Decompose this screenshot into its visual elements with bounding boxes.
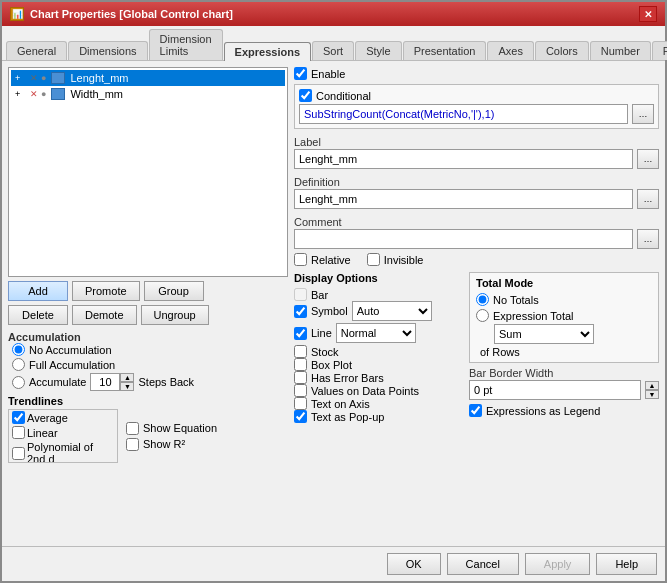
tab-dimension-limits[interactable]: Dimension Limits xyxy=(149,29,223,60)
trend-average-check[interactable] xyxy=(12,411,25,424)
conditional-check[interactable] xyxy=(299,89,312,102)
ungroup-button[interactable]: Ungroup xyxy=(141,305,209,325)
comment-browse-btn[interactable]: … xyxy=(637,229,659,249)
symbol-row: Symbol Auto Circle Square xyxy=(294,301,461,321)
symbol-check[interactable] xyxy=(294,305,307,318)
sum-dropdown[interactable]: Sum Average Min Max xyxy=(494,324,594,344)
show-r2-label: Show R² xyxy=(143,438,185,450)
title-bar: 📊 Chart Properties [Global Control chart… xyxy=(2,2,665,26)
values-data-points-row: Values on Data Points xyxy=(294,384,461,397)
stock-check[interactable] xyxy=(294,345,307,358)
tab-font[interactable]: Font xyxy=(652,41,667,60)
bottom-bar: OK Cancel Apply Help xyxy=(2,546,665,581)
tab-presentation[interactable]: Presentation xyxy=(403,41,487,60)
no-totals-radio[interactable] xyxy=(476,293,489,306)
comment-value-row: … xyxy=(294,229,659,249)
conditional-section: Conditional … xyxy=(294,84,659,129)
display-options-section: Display Options Bar Symbol Auto Circle S… xyxy=(294,272,461,423)
action-buttons-row1: Add Promote Group xyxy=(8,281,288,301)
expression-total-radio[interactable] xyxy=(476,309,489,322)
expressions-legend-row: Expressions as Legend xyxy=(469,404,659,417)
definition-input[interactable] xyxy=(294,189,633,209)
bar-border-section: Bar Border Width ▲ ▼ xyxy=(469,367,659,400)
definition-section: Definition … xyxy=(294,173,659,209)
left-panel: + ✕ ● Lenght_mm + ✕ ● Width_mm Add Promo… xyxy=(8,67,288,540)
trend-linear-label: Linear xyxy=(27,427,58,439)
conditional-input[interactable] xyxy=(299,104,628,124)
group-button[interactable]: Group xyxy=(144,281,204,301)
trend-polynomial[interactable]: Polynomial of 2nd d xyxy=(9,440,117,463)
ok-button[interactable]: OK xyxy=(387,553,441,575)
values-data-points-check[interactable] xyxy=(294,384,307,397)
tab-expressions[interactable]: Expressions xyxy=(224,42,311,61)
expr-legend-label: Expressions as Legend xyxy=(486,405,600,417)
text-as-popup-label: Text as Pop-up xyxy=(311,411,384,423)
tab-dimensions[interactable]: Dimensions xyxy=(68,41,147,60)
full-accumulation-row: Full Accumulation xyxy=(12,358,288,371)
bar-border-input[interactable] xyxy=(469,380,641,400)
tree-item-lenght[interactable]: + ✕ ● Lenght_mm xyxy=(11,70,285,86)
expr-legend-check[interactable] xyxy=(469,404,482,417)
enable-check[interactable] xyxy=(294,67,307,80)
cancel-button[interactable]: Cancel xyxy=(447,553,519,575)
add-button[interactable]: Add xyxy=(8,281,68,301)
tab-sort[interactable]: Sort xyxy=(312,41,354,60)
apply-button[interactable]: Apply xyxy=(525,553,591,575)
show-r2-check[interactable] xyxy=(126,438,139,451)
steps-up[interactable]: ▲ xyxy=(120,373,134,382)
tree-item-lenght-label: Lenght_mm xyxy=(70,72,128,84)
stock-label: Stock xyxy=(311,346,339,358)
trendlines-list[interactable]: Average Linear Polynomial of 2nd d xyxy=(8,409,118,463)
relative-check[interactable] xyxy=(294,253,307,266)
definition-browse-btn[interactable]: … xyxy=(637,189,659,209)
invisible-label: Invisible xyxy=(384,254,424,266)
accumulate-radio[interactable] xyxy=(12,376,25,389)
bar-row: Bar xyxy=(294,288,461,301)
expression-tree[interactable]: + ✕ ● Lenght_mm + ✕ ● Width_mm xyxy=(8,67,288,277)
steps-input[interactable] xyxy=(90,373,120,391)
tab-number[interactable]: Number xyxy=(590,41,651,60)
box-plot-row: Box Plot xyxy=(294,358,461,371)
label-input[interactable] xyxy=(294,149,633,169)
trendlines-label: Trendlines xyxy=(8,395,288,407)
help-button[interactable]: Help xyxy=(596,553,657,575)
conditional-value-row: … xyxy=(299,104,654,124)
box-plot-check[interactable] xyxy=(294,358,307,371)
demote-button[interactable]: Demote xyxy=(72,305,137,325)
line-check[interactable] xyxy=(294,327,307,340)
bar-border-value-row: ▲ ▼ xyxy=(469,380,659,400)
tab-style[interactable]: Style xyxy=(355,41,401,60)
trend-linear-check[interactable] xyxy=(12,426,25,439)
line-dropdown[interactable]: Normal Dotted Dashed xyxy=(336,323,416,343)
full-accumulation-radio[interactable] xyxy=(12,358,25,371)
invisible-check[interactable] xyxy=(367,253,380,266)
show-equation-check[interactable] xyxy=(126,422,139,435)
tab-axes[interactable]: Axes xyxy=(487,41,533,60)
comment-input[interactable] xyxy=(294,229,633,249)
bar-border-down[interactable]: ▼ xyxy=(645,390,659,399)
tree-icon-x: ✕ xyxy=(30,73,38,83)
tree-item-width[interactable]: + ✕ ● Width_mm xyxy=(11,86,285,102)
bar-check[interactable] xyxy=(294,288,307,301)
close-button[interactable]: ✕ xyxy=(639,6,657,22)
error-bars-check[interactable] xyxy=(294,371,307,384)
accumulation-options: No Accumulation Full Accumulation Accumu… xyxy=(8,343,288,391)
steps-down[interactable]: ▼ xyxy=(120,382,134,391)
sum-row: Sum Average Min Max xyxy=(476,324,652,344)
trend-polynomial-label: Polynomial of 2nd d xyxy=(27,441,114,463)
trend-polynomial-check[interactable] xyxy=(12,447,25,460)
text-on-axis-check[interactable] xyxy=(294,397,307,410)
symbol-dropdown[interactable]: Auto Circle Square xyxy=(352,301,432,321)
window-title: Chart Properties [Global Control chart] xyxy=(30,8,233,20)
promote-button[interactable]: Promote xyxy=(72,281,140,301)
trend-linear[interactable]: Linear xyxy=(9,425,117,440)
conditional-browse-btn[interactable]: … xyxy=(632,104,654,124)
no-accumulation-radio[interactable] xyxy=(12,343,25,356)
delete-button[interactable]: Delete xyxy=(8,305,68,325)
trend-average[interactable]: Average xyxy=(9,410,117,425)
label-browse-btn[interactable]: … xyxy=(637,149,659,169)
text-as-popup-check[interactable] xyxy=(294,410,307,423)
bar-border-up[interactable]: ▲ xyxy=(645,381,659,390)
tab-colors[interactable]: Colors xyxy=(535,41,589,60)
tab-general[interactable]: General xyxy=(6,41,67,60)
